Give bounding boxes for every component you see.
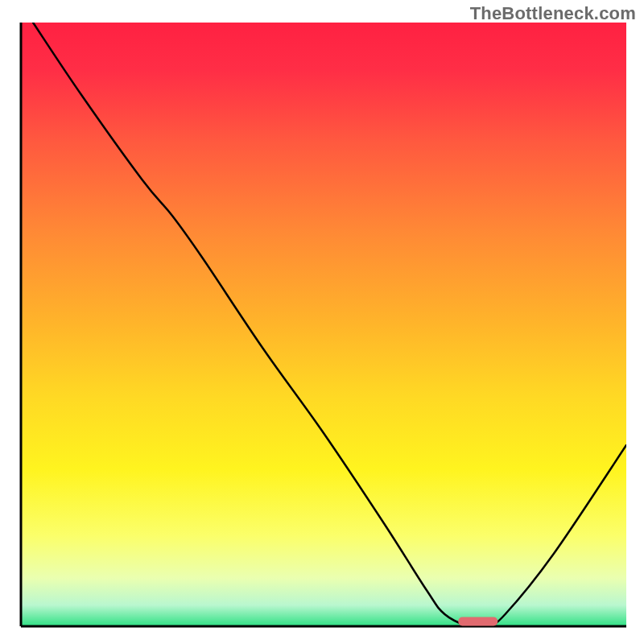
gradient-background [21,23,626,626]
plot-area [21,23,626,628]
chart-stage: TheBottleneck.com [0,0,644,644]
bottleneck-chart [0,0,644,644]
optimal-range-marker [458,617,497,626]
